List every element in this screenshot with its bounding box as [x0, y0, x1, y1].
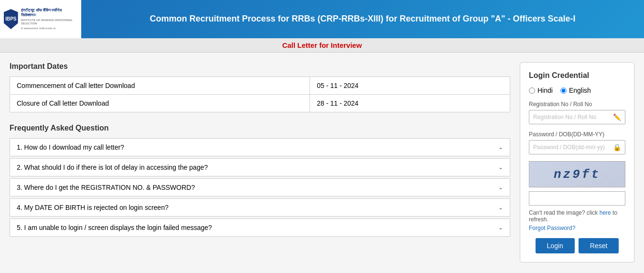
captcha-hint-prefix: Can't read the image? click	[529, 209, 600, 216]
important-dates-table: Commencement of Call letter Download05 -…	[10, 76, 510, 112]
header: IBPS इंस्टीट्यूट ऑफ बैंकिंग पर्सोनेल सिल…	[0, 0, 644, 38]
faq-question: 5. I am unable to login / screen display…	[17, 224, 212, 231]
faq-list: 1. How do I download my call letter?⌄2. …	[10, 138, 510, 237]
ibps-shield-icon: IBPS	[4, 9, 18, 29]
page-title: Common Recruitment Process for RRBs (CRP…	[81, 13, 644, 25]
captcha-text: nz9ft	[554, 167, 601, 182]
call-letter-label: Call Letter for Interview	[282, 41, 362, 49]
hindi-radio-option[interactable]: Hindi	[529, 87, 553, 94]
call-letter-banner: Call Letter for Interview	[0, 38, 644, 53]
english-label: English	[569, 87, 591, 94]
reset-button[interactable]: Reset	[579, 238, 619, 253]
button-row: Login Reset	[529, 238, 625, 253]
login-panel: Login Credential Hindi English Registrat…	[520, 62, 634, 262]
faq-item[interactable]: 5. I am unable to login / screen display…	[10, 218, 510, 237]
login-title: Login Credential	[529, 71, 625, 80]
chevron-down-icon: ⌄	[498, 184, 503, 191]
faq-item[interactable]: 4. My DATE OF BIRTH is rejected on login…	[10, 198, 510, 217]
hindi-label: Hindi	[537, 87, 553, 94]
date-value: 28 - 11 - 2024	[310, 95, 510, 112]
english-radio-option[interactable]: English	[560, 87, 591, 94]
main-content: Important Dates Commencement of Call let…	[0, 53, 644, 272]
left-panel: Important Dates Commencement of Call let…	[10, 62, 520, 239]
reg-input-wrapper: ✏️	[529, 110, 625, 124]
captcha-hint: Can't read the image? click here to refr…	[529, 209, 625, 223]
faq-question: 3. Where do I get the REGISTRATION NO. &…	[17, 184, 195, 191]
faq-question: 4. My DATE OF BIRTH is rejected on login…	[17, 204, 169, 211]
faq-item[interactable]: 3. Where do I get the REGISTRATION NO. &…	[10, 178, 510, 197]
faq-title: Frequently Asked Question	[10, 124, 510, 132]
reg-label: Registration No / Roll No	[529, 101, 625, 108]
ibps-text: इंस्टीट्यूट ऑफ बैंकिंग पर्सोनेल सिलेक्शन…	[21, 8, 77, 31]
english-radio[interactable]	[560, 87, 567, 94]
date-value: 05 - 11 - 2024	[310, 77, 510, 95]
chevron-down-icon: ⌄	[498, 204, 503, 211]
table-row: Commencement of Call letter Download05 -…	[10, 77, 510, 95]
captcha-input[interactable]	[529, 192, 625, 205]
hindi-radio[interactable]	[529, 87, 535, 94]
pwd-input[interactable]	[529, 141, 609, 154]
reg-input[interactable]	[529, 110, 609, 124]
captcha-refresh-link[interactable]: here	[600, 209, 611, 216]
forgot-password-link[interactable]: Forgot Password?	[529, 225, 625, 231]
important-dates-title: Important Dates	[10, 62, 510, 71]
pwd-input-wrapper: 🔒	[529, 140, 625, 154]
chevron-down-icon: ⌄	[498, 224, 503, 231]
faq-question: 2. What should I do if there is lot of d…	[17, 164, 208, 171]
chevron-down-icon: ⌄	[498, 144, 503, 151]
edit-icon: ✏️	[609, 113, 625, 121]
date-label: Closure of Call letter Download	[10, 95, 310, 112]
captcha-image: nz9ft	[529, 161, 625, 187]
date-label: Commencement of Call letter Download	[10, 77, 310, 95]
chevron-down-icon: ⌄	[498, 164, 503, 171]
lock-icon: 🔒	[609, 143, 625, 151]
pwd-label: Password / DOB(DD-MM-YY)	[529, 131, 625, 138]
captcha-input-wrapper	[529, 191, 625, 206]
language-selection: Hindi English	[529, 87, 625, 94]
table-row: Closure of Call letter Download28 - 11 -…	[10, 95, 510, 112]
faq-item[interactable]: 2. What should I do if there is lot of d…	[10, 158, 510, 176]
login-button[interactable]: Login	[536, 238, 575, 253]
header-logo: IBPS इंस्टीट्यूट ऑफ बैंकिंग पर्सोनेल सिल…	[0, 0, 81, 38]
faq-question: 1. How do I download my call letter?	[17, 143, 124, 151]
faq-item[interactable]: 1. How do I download my call letter?⌄	[10, 138, 510, 156]
